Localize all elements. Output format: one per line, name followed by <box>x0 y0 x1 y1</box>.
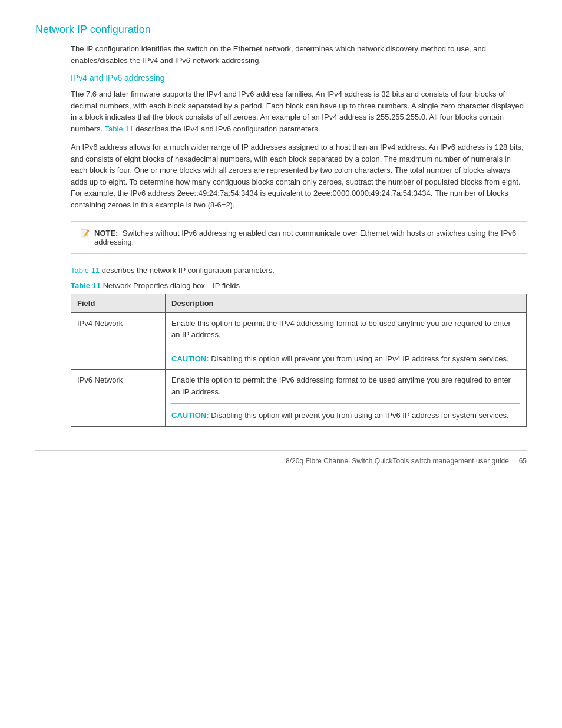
field-ipv4: IPv4 Network <box>71 312 166 370</box>
table-ref-line: Table 11 describes the network IP config… <box>71 265 527 276</box>
table-caption: Table 11 Network Properties dialog box—I… <box>71 281 527 290</box>
desc-ipv6-main: Enable this option to permit the IPv6 ad… <box>171 375 511 396</box>
page-title: Network IP configuration <box>35 24 527 36</box>
para2: An IPv6 address allows for a much wider … <box>71 141 527 210</box>
table-ref-end: describes the network IP configuration p… <box>100 266 275 275</box>
note-icon: 📝 <box>80 229 90 238</box>
col-header-field: Field <box>71 294 166 312</box>
table-caption-text: Network Properties dialog box—IP fields <box>101 281 240 290</box>
desc-ipv4: Enable this option to permit the IPv4 ad… <box>166 312 527 370</box>
caution-ipv4-label: CAUTION: <box>171 354 209 363</box>
note-box: 📝 NOTE: Switches without IPv6 addressing… <box>71 221 527 254</box>
table11-link[interactable]: Table 11 <box>71 266 100 275</box>
sub-heading-ipv4-ipv6: IPv4 and IPv6 addressing <box>71 73 527 83</box>
table-header-row: Field Description <box>71 294 527 312</box>
desc-ipv4-main: Enable this option to permit the IPv4 ad… <box>171 319 511 340</box>
note-label: NOTE: <box>94 229 118 238</box>
caution-ipv4-text: Disabling this option will prevent you f… <box>209 354 509 363</box>
note-body: Switches without IPv6 addressing enabled… <box>94 229 516 246</box>
footer-right: 8/20q Fibre Channel Switch QuickTools sw… <box>286 457 527 465</box>
caution-ipv6: CAUTION: Disabling this option will prev… <box>171 403 520 421</box>
page-footer: 8/20q Fibre Channel Switch QuickTools sw… <box>35 450 527 465</box>
para1: The 7.6 and later firmware supports the … <box>71 88 527 134</box>
col-header-description: Description <box>166 294 527 312</box>
footer-page-num: 65 <box>519 457 527 465</box>
network-ip-table: Field Description IPv4 Network Enable th… <box>71 294 527 427</box>
footer-doc-title: 8/20q Fibre Channel Switch QuickTools sw… <box>286 457 509 465</box>
table11-link-inline[interactable]: Table 11 <box>105 124 134 133</box>
caution-ipv6-text: Disabling this option will prevent you f… <box>209 411 509 420</box>
caution-ipv6-label: CAUTION: <box>171 411 209 420</box>
table-row: IPv6 Network Enable this option to permi… <box>71 370 527 427</box>
table-row: IPv4 Network Enable this option to permi… <box>71 312 527 370</box>
para1-end: describes the IPv4 and IPv6 configuratio… <box>134 124 320 133</box>
intro-paragraph: The IP configuration identifies the swit… <box>71 43 527 66</box>
note-content: NOTE: Switches without IPv6 addressing e… <box>94 229 517 246</box>
desc-ipv6: Enable this option to permit the IPv6 ad… <box>166 370 527 427</box>
field-ipv6: IPv6 Network <box>71 370 166 427</box>
caution-ipv4: CAUTION: Disabling this option will prev… <box>171 347 520 365</box>
table-caption-label: Table 11 <box>71 281 101 290</box>
